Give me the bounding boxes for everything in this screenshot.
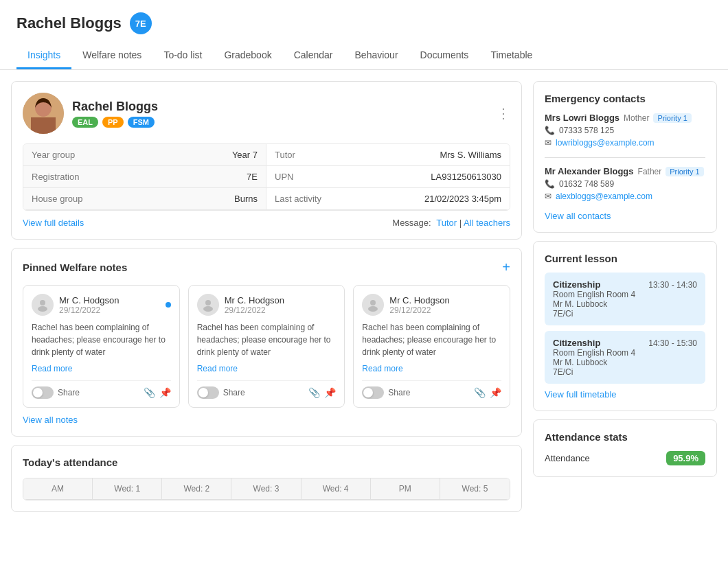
att-col-pm: PM: [371, 478, 440, 500]
tab-insights[interactable]: Insights: [16, 43, 71, 69]
note-author-name-1: Mr C. Hodgson: [225, 295, 337, 305]
read-more-link-2[interactable]: Read more: [362, 364, 501, 373]
tab-todo[interactable]: To-do list: [152, 43, 213, 69]
note-card-0: Mr C. Hodgson 29/12/2022 Rachel has been…: [23, 285, 180, 408]
tab-behaviour[interactable]: Behaviour: [344, 43, 409, 69]
badge-fsm: FSM: [128, 117, 155, 128]
read-more-link-0[interactable]: Read more: [32, 364, 171, 373]
pin-icon-0[interactable]: 📌: [159, 387, 171, 398]
view-all-notes-link[interactable]: View all notes: [23, 415, 78, 425]
note-date-1: 29/12/2022: [225, 305, 337, 315]
lesson-subject-0: Citizenship: [553, 279, 600, 290]
svg-rect-3: [31, 117, 56, 134]
tab-documents[interactable]: Documents: [409, 43, 480, 69]
lesson-time-1: 14:30 - 15:30: [648, 338, 697, 348]
att-col-3: Wed: 3: [231, 478, 301, 500]
note-author-avatar-2: [362, 294, 384, 316]
contact-email-0[interactable]: lowribloggs@example.com: [556, 138, 655, 148]
nav-tabs: Insights Welfare notes To-do list Gradeb…: [16, 43, 712, 69]
view-full-timetable-link[interactable]: View full timetable: [545, 389, 705, 400]
att-col-1: Wed: 1: [93, 478, 162, 500]
contact-item-0: Mrs Lowri Bloggs Mother Priority 1 📞 073…: [545, 113, 705, 148]
notes-grid: Mr C. Hodgson 29/12/2022 Rachel has been…: [23, 285, 510, 408]
attachment-icon-0: 📎: [144, 387, 155, 398]
tutor-value: Mrs S. Williams: [440, 150, 501, 160]
phone-icon-0: 📞: [545, 126, 555, 135]
lesson-class-0: 7E/Ci: [553, 309, 697, 319]
svg-point-6: [205, 300, 211, 305]
contact-name-0: Mrs Lowri Bloggs: [545, 113, 619, 123]
lesson-subject-1: Citizenship: [553, 338, 600, 348]
pin-icon-2[interactable]: 📌: [490, 387, 501, 398]
email-icon-1: ✉: [545, 192, 551, 201]
lesson-card-0: Citizenship 13:30 - 14:30 Room English R…: [545, 273, 705, 325]
contact-name-1: Mr Alexander Bloggs: [545, 166, 634, 176]
read-more-link-1[interactable]: Read more: [197, 364, 337, 373]
contact-phone-1: 01632 748 589: [559, 179, 614, 189]
upn-label: UPN: [275, 172, 293, 182]
note-author-avatar-0: [32, 294, 54, 316]
note-card-2: Mr C. Hodgson 29/12/2022 Rachel has been…: [353, 285, 510, 408]
year-group-label: Year group: [32, 150, 75, 160]
tab-calendar[interactable]: Calendar: [283, 43, 344, 69]
lesson-teacher-0: Mr M. Lubbock: [553, 299, 697, 309]
att-col-2: Wed: 2: [162, 478, 231, 500]
message-all-teachers-link[interactable]: All teachers: [464, 218, 510, 228]
share-toggle-1[interactable]: [197, 386, 219, 399]
attendance-grid: AM Wed: 1 Wed: 2 Wed: 3 Wed: 4 PM Wed: 5: [23, 478, 510, 500]
contact-phone-0: 07333 578 125: [559, 126, 614, 135]
emergency-contacts-card: Emergency contacts Mrs Lowri Bloggs Moth…: [533, 81, 717, 233]
note-body-0: Rachel has been complaining of headaches…: [32, 321, 171, 358]
view-full-details-link[interactable]: View full details: [23, 218, 84, 228]
message-tutor-link[interactable]: Tutor: [436, 218, 457, 228]
lesson-class-1: 7E/Ci: [553, 367, 697, 377]
note-date-2: 29/12/2022: [389, 305, 501, 315]
current-lesson-title: Current lesson: [545, 253, 705, 264]
share-toggle-2[interactable]: [362, 386, 384, 399]
note-date-0: 29/12/2022: [59, 305, 160, 315]
email-icon-0: ✉: [545, 138, 551, 148]
note-card-1: Mr C. Hodgson 29/12/2022 Rachel has been…: [188, 285, 345, 408]
attendance-stats-label: Attendance: [545, 453, 590, 463]
badge-eal: EAL: [72, 117, 98, 128]
pin-icon-1[interactable]: 📌: [324, 387, 336, 398]
tab-welfare-notes[interactable]: Welfare notes: [71, 43, 152, 69]
year-group-value: Year 7: [232, 150, 258, 160]
lesson-teacher-1: Mr M. Lubbock: [553, 358, 697, 367]
last-activity-value: 21/02/2023 3:45pm: [424, 194, 501, 204]
attachment-icon-1: 📎: [308, 387, 320, 398]
share-label-0: Share: [58, 388, 80, 397]
more-options-button[interactable]: ⋮: [497, 105, 510, 122]
student-info-card: Rachel Bloggs EAL PP FSM ⋮ Year group: [11, 81, 522, 240]
student-details-grid: Year group Year 7 Tutor Mrs S. Williams …: [23, 143, 510, 211]
student-name: Rachel Bloggs: [16, 14, 122, 32]
attendance-stats-title: Attendance stats: [545, 431, 705, 443]
lesson-room-0: Room English Room 4: [553, 290, 697, 299]
attendance-stats-value: 95.9%: [666, 451, 705, 465]
message-label: Message:: [392, 218, 431, 228]
svg-point-7: [203, 306, 213, 312]
contact-role-0: Mother: [624, 113, 649, 123]
attendance-stats-card: Attendance stats Attendance 95.9%: [533, 419, 717, 477]
add-welfare-note-button[interactable]: +: [502, 259, 510, 275]
svg-point-5: [38, 306, 47, 312]
view-all-contacts-link[interactable]: View all contacts: [545, 211, 705, 221]
house-group-value: Burns: [234, 194, 258, 204]
contact-priority-0: Priority 1: [653, 113, 691, 123]
contact-item-1: Mr Alexander Bloggs Father Priority 1 📞 …: [545, 166, 705, 201]
attendance-card: Today's attendance AM Wed: 1 Wed: 2 Wed:…: [11, 445, 522, 512]
last-activity-label: Last activity: [275, 194, 321, 204]
share-toggle-0[interactable]: [32, 386, 54, 399]
note-body-1: Rachel has been complaining of headaches…: [197, 321, 337, 358]
attachment-icon-2: 📎: [474, 387, 486, 398]
note-author-avatar-1: [197, 294, 219, 316]
badge-pp: PP: [102, 117, 124, 128]
contacts-divider: [545, 157, 705, 158]
tab-gradebook[interactable]: Gradebook: [213, 43, 282, 69]
current-lesson-card: Current lesson Citizenship 13:30 - 14:30…: [533, 241, 717, 411]
contact-email-1[interactable]: alexbloggs@example.com: [556, 192, 652, 201]
tab-timetable[interactable]: Timetable: [479, 43, 543, 69]
note-author-name-0: Mr C. Hodgson: [59, 295, 160, 305]
att-col-4: Wed: 4: [302, 478, 371, 500]
lesson-card-1: Citizenship 14:30 - 15:30 Room English R…: [545, 331, 705, 384]
